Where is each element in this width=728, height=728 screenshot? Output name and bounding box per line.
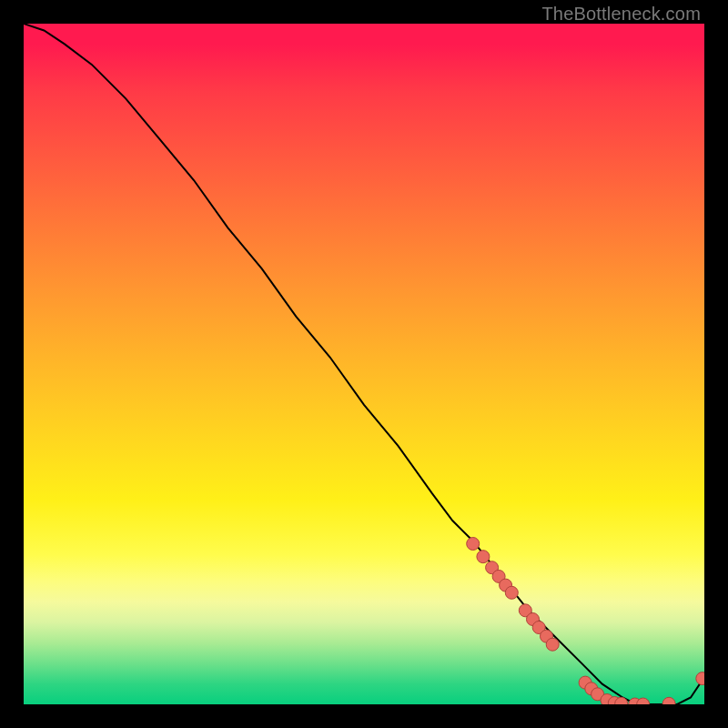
plot-area	[24, 24, 704, 704]
bottleneck-curve	[24, 24, 704, 704]
data-marker	[696, 672, 704, 685]
data-marker	[505, 586, 518, 599]
chart-svg	[24, 24, 704, 704]
data-marker	[467, 538, 480, 551]
data-marker	[477, 551, 490, 563]
watermark-text: TheBottleneck.com	[541, 4, 701, 25]
data-marker	[546, 638, 559, 651]
marker-group	[467, 538, 704, 705]
data-marker	[662, 697, 675, 704]
chart-stage: TheBottleneck.com	[0, 0, 728, 728]
